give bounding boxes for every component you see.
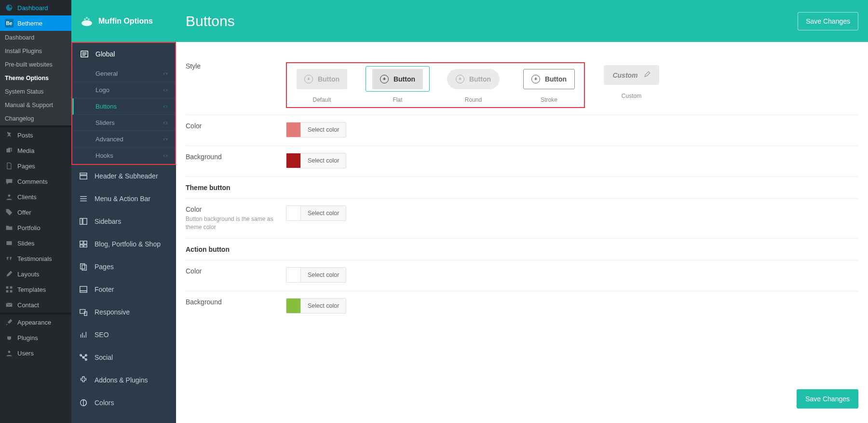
select-background-button[interactable]: Select color [301, 153, 346, 168]
style-option-default[interactable]: Button Default [290, 66, 354, 103]
mfn-group-header-subheader[interactable]: Header & Subheader [71, 165, 176, 188]
mfn-sub-label: Logo [95, 86, 109, 94]
wp-item-comments[interactable]: Comments [0, 174, 71, 189]
grid-icon [5, 285, 14, 294]
pencil-icon [644, 71, 651, 79]
mfn-group-responsive[interactable]: Responsive [71, 301, 176, 324]
svg-rect-2 [6, 287, 9, 289]
wp-item-users[interactable]: Users [0, 345, 71, 361]
wp-item-theme-options[interactable]: Theme Options [0, 71, 71, 85]
wp-item-label: Testimonials [17, 255, 52, 262]
wp-admin-sidebar: DashboardBeBethemeDashboardInstall Plugi… [0, 0, 71, 423]
svg-rect-25 [80, 245, 83, 247]
mfn-group-global[interactable]: Global [72, 43, 175, 66]
mfn-group-social[interactable]: Social [71, 346, 176, 369]
mfn-group-label: Blog, Portfolio & Shop [95, 240, 161, 248]
color-picker-theme-color[interactable]: Select color [286, 205, 346, 221]
mfn-sub-hooks[interactable]: Hooks [72, 148, 175, 164]
wp-item-label: Betheme [17, 20, 42, 27]
wp-item-manual-support[interactable]: Manual & Support [0, 98, 71, 112]
menu-icon [78, 193, 89, 204]
row-action-background: Background Select color [186, 291, 858, 322]
wp-item-clients[interactable]: Clients [0, 189, 71, 205]
svg-rect-16 [80, 173, 87, 175]
wp-item-system-status[interactable]: System Status [0, 85, 71, 98]
mfn-group-pages[interactable]: Pages [71, 256, 176, 278]
mfn-group-footer[interactable]: Footer [71, 278, 176, 301]
wp-item-testimonials[interactable]: Testimonials [0, 251, 71, 266]
wp-item-dashboard[interactable]: Dashboard [0, 0, 71, 15]
style-option-custom[interactable]: Custom Custom [599, 62, 664, 108]
swatch-background [286, 153, 301, 168]
save-changes-bottom-button[interactable]: Save Changes [797, 389, 858, 409]
wp-item-label: Portfolio [17, 224, 41, 232]
style-option-round[interactable]: Button Round [441, 66, 505, 103]
wp-item-install-plugins[interactable]: Install Plugins [0, 44, 71, 58]
wp-item-offer[interactable]: Offer [0, 205, 71, 220]
wp-item-dashboard[interactable]: Dashboard [0, 31, 71, 44]
color-picker-action-color[interactable]: Select color [286, 267, 346, 283]
color-picker-color[interactable]: Select color [286, 122, 346, 137]
wp-item-media[interactable]: Media [0, 143, 71, 158]
wp-item-contact[interactable]: Contact [0, 297, 71, 313]
mfn-sub-logo[interactable]: Logo [72, 82, 175, 98]
mfn-group-seo[interactable]: SEO [71, 324, 176, 346]
mfn-sub-label: Hooks [95, 152, 113, 159]
wp-item-betheme[interactable]: BeBetheme [0, 15, 71, 31]
mfn-group-menu-action-bar[interactable]: Menu & Action Bar [71, 188, 176, 210]
color-picker-action-background[interactable]: Select color [286, 298, 346, 314]
select-action-background-button[interactable]: Select color [301, 299, 346, 313]
addons-icon [78, 375, 89, 385]
wp-item-appearance[interactable]: Appearance [0, 314, 71, 330]
svg-rect-22 [83, 218, 87, 225]
svg-rect-27 [81, 264, 85, 269]
style-option-stroke[interactable]: Button Stroke [517, 66, 581, 103]
swatch-color [286, 123, 301, 137]
mfn-sub-general[interactable]: General [72, 66, 175, 82]
row-style: Style Button Default Button Flat Button [186, 55, 858, 115]
user-icon [5, 192, 14, 201]
style-highlight-box: Button Default Button Flat Button Round [286, 62, 585, 108]
mail-icon [5, 300, 14, 309]
wp-item-posts[interactable]: Posts [0, 127, 71, 143]
wp-item-changelog[interactable]: Changelog [0, 112, 71, 125]
row-theme-color: Color Button background is the same as t… [186, 199, 858, 239]
theme-heading-label: Theme button [186, 184, 286, 191]
mfn-sub-advanced[interactable]: Advanced [72, 131, 175, 148]
save-changes-top-button[interactable]: Save Changes [798, 12, 858, 30]
svg-rect-28 [82, 265, 86, 270]
style-caption-round: Round [441, 96, 505, 103]
wp-item-plugins[interactable]: Plugins [0, 330, 71, 345]
tag-icon [5, 208, 14, 217]
brush-icon [5, 318, 14, 327]
svg-rect-30 [80, 291, 87, 293]
style-caption-stroke: Stroke [517, 96, 581, 103]
mfn-group-blog-portfolio-shop[interactable]: Blog, Portfolio & Shop [71, 233, 176, 256]
wp-item-label: Templates [17, 286, 46, 293]
select-action-color-button[interactable]: Select color [301, 268, 346, 282]
select-theme-color-button[interactable]: Select color [301, 206, 346, 220]
copy-icon [78, 261, 89, 272]
blog-icon [78, 239, 89, 249]
mfn-group-colors[interactable]: Colors [71, 392, 176, 414]
wp-item-slides[interactable]: Slides [0, 235, 71, 251]
page-icon [5, 162, 14, 170]
mfn-sub-buttons[interactable]: Buttons [72, 98, 175, 115]
swatch-action-background [286, 299, 301, 313]
svg-rect-17 [80, 176, 87, 179]
background-label: Background [186, 153, 286, 161]
wp-item-pre-built-websites[interactable]: Pre-built websites [0, 58, 71, 71]
dashboard-icon [5, 3, 14, 12]
wp-item-pages[interactable]: Pages [0, 158, 71, 174]
select-color-button[interactable]: Select color [301, 123, 346, 137]
mfn-group-sidebars[interactable]: Sidebars [71, 210, 176, 233]
mfn-sub-sliders[interactable]: Sliders [72, 115, 175, 131]
wp-item-portfolio[interactable]: Portfolio [0, 220, 71, 235]
swatch-action-color [286, 268, 301, 282]
mfn-group-addons-plugins[interactable]: Addons & Plugins [71, 369, 176, 392]
wp-item-templates[interactable]: Templates [0, 282, 71, 297]
color-picker-background[interactable]: Select color [286, 153, 346, 168]
style-option-flat[interactable]: Button Flat [366, 66, 430, 103]
wp-item-layouts[interactable]: Layouts [0, 266, 71, 282]
wp-item-label: Clients [17, 193, 37, 201]
